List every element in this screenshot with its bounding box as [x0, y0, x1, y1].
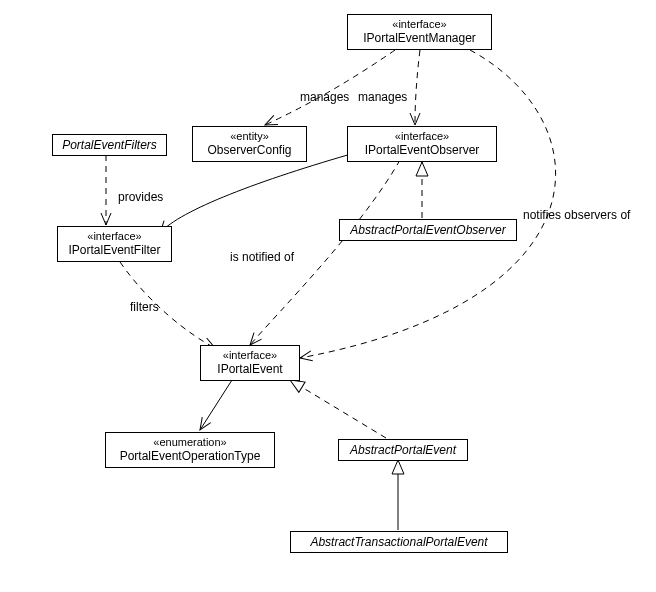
node-iportaleventobserver: «interface» IPortalEventObserver [347, 126, 497, 162]
node-abstractportalevent: AbstractPortalEvent [338, 439, 468, 461]
node-portaleventoperationtype: «enumeration» PortalEventOperationType [105, 432, 275, 468]
label-manages-left: manages [300, 90, 349, 104]
stereotype: «interface» [354, 18, 485, 31]
label-manages-right: manages [358, 90, 407, 104]
class-name: AbstractTransactionalPortalEvent [297, 535, 501, 549]
class-name: PortalEventOperationType [112, 449, 268, 463]
stereotype: «enumeration» [112, 436, 268, 449]
class-name: AbstractPortalEvent [345, 443, 461, 457]
stereotype: «interface» [207, 349, 293, 362]
label-filters: filters [130, 300, 159, 314]
class-name: ObserverConfig [199, 143, 300, 157]
uml-diagram: «interface» IPortalEventManager «entity»… [0, 0, 656, 592]
stereotype: «interface» [354, 130, 490, 143]
node-abstractportaleventobserver: AbstractPortalEventObserver [339, 219, 517, 241]
node-portaleventfilters: PortalEventFilters [52, 134, 167, 156]
node-observerconfig: «entity» ObserverConfig [192, 126, 307, 162]
node-iportaleventfilter: «interface» IPortalEventFilter [57, 226, 172, 262]
class-name: AbstractPortalEventObserver [346, 223, 510, 237]
class-name: PortalEventFilters [59, 138, 160, 152]
class-name: IPortalEvent [207, 362, 293, 376]
label-notifies-observers-of: notifies observers of [523, 208, 630, 222]
stereotype: «interface» [64, 230, 165, 243]
label-provides: provides [118, 190, 163, 204]
label-is-notified-of: is notified of [230, 250, 294, 264]
stereotype: «entity» [199, 130, 300, 143]
edges [0, 0, 656, 592]
class-name: IPortalEventManager [354, 31, 485, 45]
class-name: IPortalEventFilter [64, 243, 165, 257]
node-abstracttransactionalportalevent: AbstractTransactionalPortalEvent [290, 531, 508, 553]
class-name: IPortalEventObserver [354, 143, 490, 157]
node-iportalevent: «interface» IPortalEvent [200, 345, 300, 381]
node-iportaleventmanager: «interface» IPortalEventManager [347, 14, 492, 50]
